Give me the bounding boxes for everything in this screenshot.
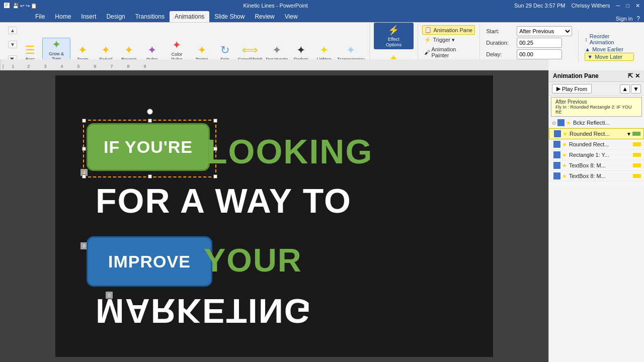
delay-label: Delay: bbox=[486, 51, 514, 57]
tab-view[interactable]: View bbox=[280, 11, 303, 22]
tooltip-box: After Previous Fly In : Rounded Rectangl… bbox=[551, 97, 642, 117]
move-later-icon: ▼ bbox=[587, 54, 593, 60]
move-later-label: Move Later bbox=[595, 54, 622, 60]
pulse-icon: ✦ bbox=[147, 45, 156, 56]
anim-item-5[interactable]: ★ TextBox 8: M... bbox=[549, 171, 644, 182]
lighten-icon: ✦ bbox=[319, 45, 329, 56]
delay-input[interactable] bbox=[517, 49, 562, 59]
effect-options-button[interactable]: ⚡ Effect Options bbox=[374, 23, 413, 50]
anim-item-4[interactable]: ★ TextBox 8: M... bbox=[549, 160, 644, 171]
timing-duration-row: Duration: bbox=[486, 38, 572, 48]
play-from-label: Play From bbox=[562, 86, 587, 92]
close-button[interactable]: ✕ bbox=[635, 3, 640, 9]
anim-item-1[interactable]: ★ Rounded Rect... ▼ bbox=[549, 128, 644, 139]
transparency-icon: ✦ bbox=[346, 45, 355, 56]
move-down-icon[interactable]: ▼ bbox=[631, 84, 641, 94]
grow-turn-icon: ✦ bbox=[52, 39, 61, 50]
minimize-button[interactable]: ─ bbox=[616, 3, 620, 9]
titlebar: 🅿 💾 ↩ ↪ 📋 Kinetic Lines - PowerPoint Sun… bbox=[0, 0, 644, 11]
item-3-icon bbox=[553, 151, 560, 158]
reorder-icon: ↕ bbox=[585, 36, 588, 42]
blue-box-text: IMPROVE bbox=[108, 252, 191, 272]
handle-tm[interactable] bbox=[148, 119, 152, 123]
animation-pane-sidebar: Animation Pane ⇱ ✕ ▶ Play From ▲ ▼ After… bbox=[548, 70, 644, 362]
play-from-button[interactable]: ▶ Play From bbox=[552, 84, 592, 94]
ribbon-tabs: File Home Insert Design Transitions Anim… bbox=[0, 11, 644, 22]
tab-home[interactable]: Home bbox=[50, 11, 76, 22]
move-up-icon[interactable]: ▲ bbox=[620, 84, 630, 94]
item-1-dropdown[interactable]: ▼ bbox=[626, 131, 631, 137]
item-1-text: Rounded Rect... bbox=[570, 131, 625, 137]
handle-bm[interactable] bbox=[148, 174, 152, 178]
badge-1: 0 bbox=[80, 169, 88, 176]
handle-ml[interactable] bbox=[82, 147, 86, 151]
rotate-handle[interactable] bbox=[147, 109, 153, 115]
item-2-icon bbox=[553, 141, 560, 148]
move-earlier-label: Move Earlier bbox=[592, 46, 623, 52]
play-icon: ▶ bbox=[556, 85, 560, 92]
teeter-icon: ✦ bbox=[197, 45, 206, 56]
item-3-bar bbox=[633, 153, 641, 157]
quick-access-icons: 💾 ↩ ↪ 📋 bbox=[13, 3, 37, 9]
move-earlier-icon: ▲ bbox=[585, 46, 590, 52]
anim-btn-grow-turn[interactable]: ✦ Grow & Turn bbox=[42, 38, 70, 63]
item-5-bar bbox=[633, 174, 641, 178]
bounce-icon: ✦ bbox=[124, 45, 133, 56]
help-icon[interactable]: ? bbox=[636, 15, 640, 22]
item-5-star: ★ bbox=[562, 173, 567, 179]
sidebar-header: Animation Pane ⇱ ✕ bbox=[549, 70, 644, 82]
tab-slideshow[interactable]: Slide Show bbox=[209, 11, 250, 22]
sidebar-expand-icon[interactable]: ⇱ bbox=[628, 72, 633, 79]
item-2-text: Rounded Rect... bbox=[569, 141, 633, 147]
animation-pane-label: Animation Pane bbox=[434, 27, 473, 33]
green-box[interactable]: IF YOU'RE bbox=[87, 123, 210, 171]
trigger-label: Trigger ▾ bbox=[433, 37, 455, 43]
item-4-icon bbox=[553, 162, 560, 169]
move-earlier-button[interactable]: ▲ Move Earlier bbox=[585, 46, 634, 53]
handle-tl[interactable] bbox=[82, 119, 86, 123]
signin-button[interactable]: Sign in bbox=[616, 16, 633, 22]
item-5-icon bbox=[553, 172, 560, 179]
trigger-button[interactable]: ⚡ Trigger ▾ bbox=[422, 36, 457, 44]
slide: 0 0 0 IF YOU'RE LOOKING FOR A WAY TO IMP… bbox=[55, 75, 493, 357]
color-pulse-icon: ✦ bbox=[172, 40, 181, 51]
reorder-label: Reorder Animation bbox=[590, 33, 634, 45]
anim-item-3[interactable]: ★ Rectangle 1: Y... bbox=[549, 150, 644, 160]
item-0-text: Bckz Reflecti... bbox=[573, 120, 641, 126]
item-3-star: ★ bbox=[562, 152, 567, 158]
move-later-button[interactable]: ▼ Move Later bbox=[585, 53, 634, 61]
tab-review[interactable]: Review bbox=[250, 11, 279, 22]
tab-animations[interactable]: Animations bbox=[170, 11, 209, 22]
duration-label: Duration: bbox=[486, 40, 514, 46]
scroll-down-arrow[interactable]: ▼ bbox=[8, 41, 17, 48]
start-select[interactable]: After Previous On Click With Previous bbox=[517, 26, 572, 36]
tab-transitions[interactable]: Transitions bbox=[130, 11, 170, 22]
effect-options-label: Effect Options bbox=[380, 37, 407, 48]
tab-insert[interactable]: Insert bbox=[76, 11, 101, 22]
item-3-text: Rectangle 1: Y... bbox=[569, 152, 633, 158]
item-0-icon bbox=[557, 119, 565, 126]
animation-list: ⊙ ★ Bckz Reflecti... ★ Rounded Rect... ▼… bbox=[549, 118, 644, 362]
slide-area: 0 0 0 IF YOU'RE LOOKING FOR A WAY TO IMP… bbox=[0, 70, 548, 362]
tab-file[interactable]: File bbox=[30, 11, 50, 22]
titlebar-left-icons: 🅿 💾 ↩ ↪ 📋 bbox=[4, 3, 37, 9]
animation-pane-icon: 📋 bbox=[425, 27, 432, 33]
powerpoint-icon: 🅿 bbox=[4, 3, 10, 9]
text-looking: LOOKING bbox=[206, 132, 373, 171]
duration-input[interactable] bbox=[517, 38, 562, 48]
blue-box[interactable]: IMPROVE bbox=[87, 236, 212, 287]
tab-design[interactable]: Design bbox=[101, 11, 130, 22]
sidebar-close-icon[interactable]: ✕ bbox=[635, 72, 640, 79]
animation-painter-button[interactable]: 🖌 Animation Painter bbox=[422, 45, 476, 59]
anim-item-0[interactable]: ⊙ ★ Bckz Reflecti... bbox=[549, 118, 644, 128]
animation-pane-title: Animation Pane bbox=[553, 72, 599, 79]
swivel-icon: ✦ bbox=[101, 45, 110, 56]
animation-pane-button[interactable]: 📋 Animation Pane bbox=[422, 25, 475, 35]
scroll-up-arrow[interactable]: ▲ bbox=[8, 27, 17, 34]
anim-item-2[interactable]: ★ Rounded Rect... bbox=[549, 139, 644, 150]
handle-tr[interactable] bbox=[213, 119, 217, 123]
item-5-text: TextBox 8: M... bbox=[569, 173, 633, 179]
maximize-button[interactable]: □ bbox=[626, 3, 629, 9]
handle-br[interactable] bbox=[213, 174, 217, 178]
effect-options-icon: ⚡ bbox=[388, 25, 399, 36]
